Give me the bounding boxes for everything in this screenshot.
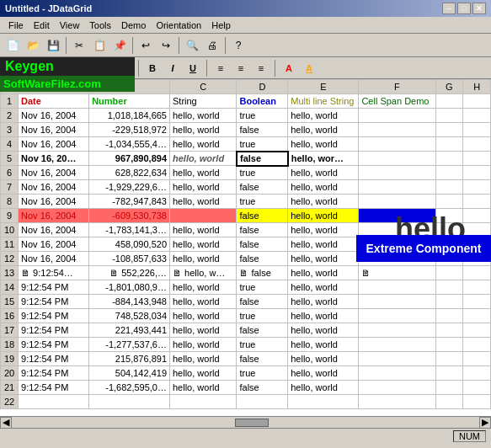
cell-21-h[interactable] [463, 381, 491, 395]
cell-21-d[interactable]: false [237, 381, 288, 395]
cell-9-d[interactable]: false [237, 209, 288, 223]
cell-20-f[interactable] [359, 366, 435, 381]
cell-22-c[interactable] [170, 395, 237, 409]
save-button[interactable]: 💾 [44, 36, 62, 55]
cell-5-b[interactable]: 967,890,894 [89, 152, 170, 166]
col-header-D[interactable]: D [237, 80, 288, 94]
cell-3-f[interactable] [359, 123, 435, 137]
cell-15-c[interactable]: hello, world [170, 295, 237, 309]
cell-16-g[interactable] [435, 309, 463, 323]
cell-9-h[interactable] [463, 209, 491, 223]
cell-19-c[interactable]: hello, world [170, 352, 237, 366]
find-button[interactable]: 🔍 [183, 36, 201, 55]
horizontal-scrollbar[interactable]: ◀ ▶ [0, 416, 491, 428]
cell-7-c[interactable]: hello, world [170, 180, 237, 195]
cell-6-f[interactable] [359, 166, 435, 180]
cell-10-e[interactable]: hello, world [288, 223, 359, 237]
font-color-button[interactable]: A [280, 60, 297, 77]
cell-19-a[interactable]: 9:12:54 PM [19, 352, 89, 366]
cell-8-b[interactable]: -782,947,843 [89, 195, 170, 209]
cell-12-f[interactable] [359, 252, 435, 266]
cell-5-h[interactable] [463, 152, 491, 166]
cut-button[interactable]: ✂ [70, 36, 88, 55]
cell-7-g[interactable] [435, 180, 463, 195]
cell-14-c[interactable]: hello, world [170, 280, 237, 295]
cell-19-e[interactable]: hello, world [288, 352, 359, 366]
cell-6-h[interactable] [463, 166, 491, 180]
cell-14-g[interactable] [435, 280, 463, 295]
cell-6-e[interactable]: hello, world [288, 166, 359, 180]
cell-7-a[interactable]: Nov 16, 2004 [19, 180, 89, 195]
menu-help[interactable]: Help [206, 19, 236, 32]
cell-7-e[interactable]: hello, world [288, 180, 359, 195]
cell-2-b[interactable]: 1,018,184,665 [89, 109, 170, 123]
cell-21-c[interactable]: hello, world [170, 381, 237, 395]
scroll-left-button[interactable]: ◀ [0, 417, 12, 429]
cell-8-g[interactable] [435, 195, 463, 209]
cell-19-d[interactable]: false [237, 352, 288, 366]
cell-20-c[interactable]: hello, world [170, 366, 237, 381]
print-button[interactable]: 🖨 [203, 36, 221, 55]
cell-11-e[interactable]: hello, world [288, 237, 359, 252]
cell-3-b[interactable]: -229,518,972 [89, 123, 170, 137]
cell-11-g[interactable] [435, 237, 463, 252]
cell-15-f[interactable] [359, 295, 435, 309]
title-bar-buttons[interactable]: ─ □ ✕ [442, 3, 486, 14]
cell-2-c[interactable]: hello, world [170, 109, 237, 123]
cell-7-h[interactable] [463, 180, 491, 195]
cell-19-g[interactable] [435, 352, 463, 366]
new-button[interactable]: 📄 [3, 36, 22, 55]
col-header-A[interactable]: A [19, 80, 89, 94]
cell-6-d[interactable]: true [237, 166, 288, 180]
bold-button[interactable]: B [144, 60, 161, 77]
cell-9-e[interactable]: hello, world [288, 209, 359, 223]
cell-4-a[interactable]: Nov 16, 2004 [19, 137, 89, 152]
maximize-button[interactable]: □ [457, 3, 471, 14]
cell-2-a[interactable]: Nov 16, 2004 [19, 109, 89, 123]
cell-22-e[interactable] [288, 395, 359, 409]
cell-8-f[interactable] [359, 195, 435, 209]
cell-18-g[interactable] [435, 338, 463, 352]
cell-5-a[interactable]: Nov 16, 20… [19, 152, 89, 166]
menu-file[interactable]: File [3, 19, 29, 32]
cell-2-f[interactable] [359, 109, 435, 123]
close-button[interactable]: ✕ [472, 3, 486, 14]
cell-15-h[interactable] [463, 295, 491, 309]
font-select[interactable]: Monos [3, 60, 96, 77]
cell-20-h[interactable] [463, 366, 491, 381]
italic-button[interactable]: I [164, 60, 181, 77]
cell-12-g[interactable] [435, 252, 463, 266]
menu-tools[interactable]: Tools [84, 19, 116, 32]
cell-22-f[interactable] [359, 395, 435, 409]
cell-16-f[interactable] [359, 309, 435, 323]
help-button[interactable]: ? [229, 36, 248, 55]
cell-20-a[interactable]: 9:12:54 PM [19, 366, 89, 381]
scroll-right-button[interactable]: ▶ [479, 417, 491, 429]
cell-12-b[interactable]: -108,857,633 [89, 252, 170, 266]
cell-18-a[interactable]: 9:12:54 PM [19, 338, 89, 352]
align-left-button[interactable]: ≡ [212, 60, 229, 77]
font-size-select[interactable]: 11 [99, 60, 133, 77]
cell-20-b[interactable]: 504,142,419 [89, 366, 170, 381]
cell-11-f[interactable] [359, 237, 435, 252]
col-header-E[interactable]: E [288, 80, 359, 94]
cell-10-h[interactable] [463, 223, 491, 237]
cell-22-h[interactable] [463, 395, 491, 409]
cell-21-a[interactable]: 9:12:54 PM [19, 381, 89, 395]
cell-15-a[interactable]: 9:12:54 PM [19, 295, 89, 309]
cell-13-d[interactable]: 🗎 false [237, 266, 288, 280]
cell-6-c[interactable]: hello, world [170, 166, 237, 180]
cell-17-e[interactable]: hello, world [288, 323, 359, 338]
cell-13-e[interactable]: hello, world [288, 266, 359, 280]
cell-3-g[interactable] [435, 123, 463, 137]
cell-17-h[interactable] [463, 323, 491, 338]
cell-2-h[interactable] [463, 109, 491, 123]
cell-4-g[interactable] [435, 137, 463, 152]
cell-8-a[interactable]: Nov 16, 2004 [19, 195, 89, 209]
cell-14-b[interactable]: -1,801,080,9… [89, 280, 170, 295]
cell-19-b[interactable]: 215,876,891 [89, 352, 170, 366]
cell-5-c[interactable]: hello, world [170, 152, 237, 166]
cell-10-g[interactable] [435, 223, 463, 237]
cell-18-b[interactable]: -1,277,537,6… [89, 338, 170, 352]
cell-4-c[interactable]: hello, world [170, 137, 237, 152]
